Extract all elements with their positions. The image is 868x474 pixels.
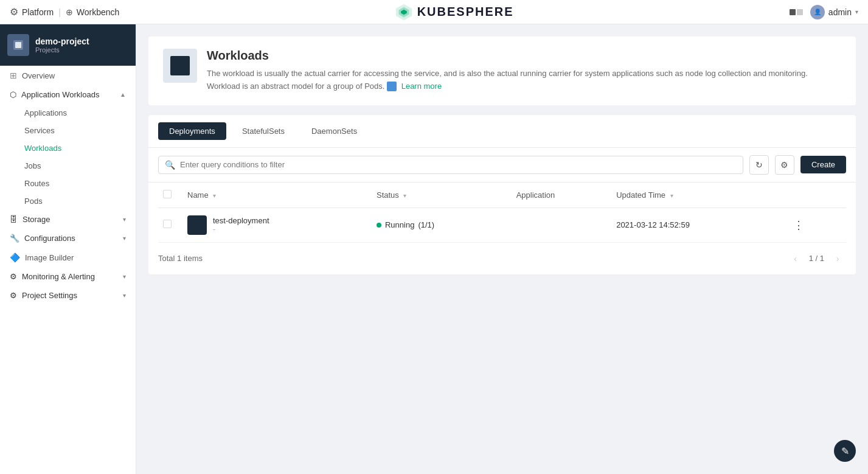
jobs-label: Jobs bbox=[24, 161, 41, 170]
page-title: Workloads bbox=[207, 49, 841, 63]
workload-tabs: Deployments StatefulSets DaemonSets bbox=[148, 115, 856, 148]
row-checkbox[interactable] bbox=[163, 220, 172, 228]
sidebar-item-workloads[interactable]: Workloads bbox=[5, 139, 136, 157]
page-header-card: Workloads The workload is usually the ac… bbox=[148, 37, 856, 105]
kubesphere-logo bbox=[395, 4, 412, 21]
status-dot-running bbox=[377, 223, 381, 228]
page-indicator: 1 / 1 bbox=[809, 254, 824, 263]
prev-page-button[interactable]: ‹ bbox=[787, 250, 804, 267]
sidebar-item-pods[interactable]: Pods bbox=[5, 192, 136, 210]
sidebar-item-applications[interactable]: Applications bbox=[5, 104, 136, 122]
page-header-info: Workloads The workload is usually the ac… bbox=[207, 49, 841, 93]
storage-label: Storage bbox=[23, 215, 50, 224]
logo-text: KUBESPHERE bbox=[417, 5, 514, 19]
deployments-table: Name ▾ Status ▾ Application Up bbox=[148, 183, 856, 243]
layout-block1 bbox=[790, 9, 796, 15]
chevron-up-icon: ▲ bbox=[120, 91, 126, 98]
sidebar-item-routes[interactable]: Routes bbox=[5, 175, 136, 192]
pods-label: Pods bbox=[24, 197, 43, 206]
deployment-icon bbox=[187, 215, 207, 235]
image-builder-icon: 🔷 bbox=[10, 253, 20, 262]
settings-button[interactable]: ⚙ bbox=[775, 155, 794, 175]
page-header-icon bbox=[163, 49, 197, 83]
search-input[interactable] bbox=[180, 160, 737, 169]
sidebar-group-application-workloads[interactable]: ⬡ Application Workloads ▲ bbox=[0, 85, 136, 104]
platform-menu[interactable]: ⚙ Platform bbox=[10, 6, 54, 18]
chevron-down-icon: ▾ bbox=[855, 9, 858, 15]
sidebar-group-monitoring[interactable]: ⚙ Monitoring & Alerting ▾ bbox=[0, 267, 136, 286]
tab-daemonsets[interactable]: DaemonSets bbox=[300, 122, 368, 140]
avatar-icon: 👤 bbox=[814, 9, 821, 15]
sort-name-icon[interactable]: ▾ bbox=[213, 192, 216, 199]
row-actions-cell: ⋮ bbox=[783, 207, 846, 242]
sidebar-item-services[interactable]: Services bbox=[5, 122, 136, 139]
chevron-down-settings-icon: ▾ bbox=[123, 292, 126, 299]
search-icon: 🔍 bbox=[165, 160, 175, 170]
row-name-cell: test-deployment - bbox=[182, 207, 372, 242]
applications-label: Applications bbox=[24, 108, 67, 117]
monitoring-icon: ⚙ bbox=[10, 272, 17, 281]
admin-menu[interactable]: 👤 admin ▾ bbox=[810, 5, 858, 19]
main-content: Workloads The workload is usually the ac… bbox=[136, 24, 868, 474]
sidebar-item-jobs[interactable]: Jobs bbox=[5, 157, 136, 175]
workloads-label: Workloads bbox=[24, 144, 61, 153]
project-header[interactable]: demo-project Projects bbox=[0, 24, 136, 66]
svg-rect-4 bbox=[15, 42, 21, 48]
workloads-icon bbox=[170, 56, 190, 75]
th-checkbox bbox=[158, 183, 182, 208]
th-application: Application bbox=[512, 183, 611, 208]
sidebar-item-overview[interactable]: ⊞ Overview bbox=[0, 66, 136, 85]
configurations-icon: 🔧 bbox=[10, 234, 19, 243]
services-label: Services bbox=[24, 126, 55, 135]
avatar: 👤 bbox=[810, 5, 825, 19]
sidebar-group-project-settings[interactable]: ⚙ Project Settings ▾ bbox=[0, 286, 136, 305]
select-all-checkbox[interactable] bbox=[163, 190, 172, 198]
th-status: Status ▾ bbox=[372, 183, 512, 208]
create-button[interactable]: Create bbox=[800, 156, 846, 173]
row-more-button[interactable]: ⋮ bbox=[788, 216, 809, 234]
sort-status-icon[interactable]: ▾ bbox=[403, 192, 406, 199]
admin-label: admin bbox=[828, 7, 852, 17]
sidebar-group-storage[interactable]: 🗄 Storage ▾ bbox=[0, 210, 136, 229]
chevron-down-config-icon: ▾ bbox=[123, 235, 126, 242]
storage-icon: 🗄 bbox=[10, 215, 18, 224]
project-name: demo-project bbox=[35, 37, 89, 46]
project-sub: Projects bbox=[35, 46, 89, 54]
sort-time-icon[interactable]: ▾ bbox=[670, 192, 673, 199]
overview-icon: ⊞ bbox=[10, 71, 17, 80]
image-builder-label: Image Builder bbox=[25, 253, 74, 262]
tab-deployments[interactable]: Deployments bbox=[158, 122, 226, 140]
overview-label: Overview bbox=[22, 71, 55, 80]
gear-icon: ⚙ bbox=[10, 6, 18, 18]
help-button[interactable]: ✎ bbox=[834, 440, 856, 462]
learn-more-link[interactable]: Learn more bbox=[401, 82, 442, 91]
search-box[interactable]: 🔍 bbox=[158, 156, 743, 174]
platform-label: Platform bbox=[22, 7, 54, 17]
plus-icon: ⊕ bbox=[66, 7, 73, 17]
top-navigation: ⚙ Platform | ⊕ Workbench KUBESPHERE 👤 ad… bbox=[0, 0, 868, 24]
refresh-icon: ↻ bbox=[755, 160, 763, 170]
deployment-sub: - bbox=[213, 225, 269, 234]
pagination: Total 1 items ‹ 1 / 1 › bbox=[148, 243, 856, 274]
sidebar-item-image-builder[interactable]: 🔷 Image Builder bbox=[0, 248, 136, 267]
next-page-button[interactable]: › bbox=[829, 250, 846, 267]
configurations-label: Configurations bbox=[24, 234, 75, 243]
layout-toggle[interactable] bbox=[790, 9, 803, 15]
workbench-label: Workbench bbox=[77, 7, 120, 17]
row-checkbox-cell bbox=[158, 207, 182, 242]
tab-statefulsets[interactable]: StatefulSets bbox=[231, 122, 296, 140]
layout-block2 bbox=[797, 9, 803, 15]
content-card: Deployments StatefulSets DaemonSets 🔍 ↻ … bbox=[148, 115, 856, 274]
list-toolbar: 🔍 ↻ ⚙ Create bbox=[148, 148, 856, 183]
sidebar: demo-project Projects ⊞ Overview ⬡ Appli… bbox=[0, 24, 136, 474]
refresh-button[interactable]: ↻ bbox=[749, 155, 769, 175]
application-workloads-children: Applications Services Workloads Jobs Rou… bbox=[0, 104, 136, 210]
nav-separator: | bbox=[58, 7, 61, 17]
status-label: Running bbox=[385, 220, 414, 229]
application-workloads-label: Application Workloads bbox=[21, 90, 99, 99]
workbench-menu[interactable]: ⊕ Workbench bbox=[66, 7, 120, 17]
total-items-label: Total 1 items bbox=[158, 254, 203, 263]
sidebar-group-configurations[interactable]: 🔧 Configurations ▾ bbox=[0, 229, 136, 248]
deployment-name[interactable]: test-deployment bbox=[213, 216, 269, 225]
status-detail: (1/1) bbox=[418, 220, 434, 229]
